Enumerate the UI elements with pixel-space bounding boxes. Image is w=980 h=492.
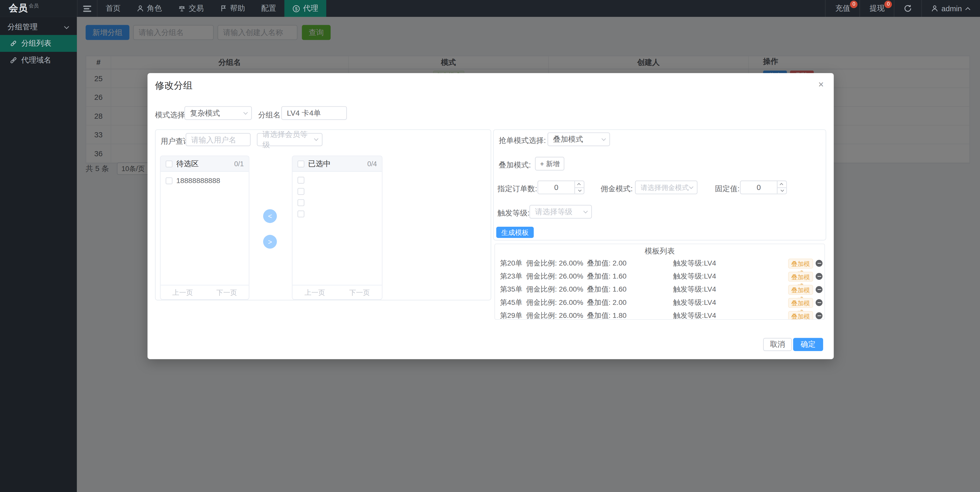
top-navbar: 会员 会员 首页 角色 交易 帮助 配置 $ bbox=[0, 0, 980, 17]
remove-icon[interactable] bbox=[816, 286, 822, 293]
fixed-value-stepper[interactable]: 0 bbox=[740, 181, 787, 194]
overlay-mode-tag[interactable]: 叠加模式 bbox=[788, 271, 813, 281]
group-name-field[interactable] bbox=[281, 106, 347, 120]
screen: 会员 会员 首页 角色 交易 帮助 配置 $ bbox=[0, 0, 980, 492]
confirm-button[interactable]: 确定 bbox=[793, 338, 823, 351]
svg-text:$: $ bbox=[295, 6, 298, 11]
overlay-mode-tag[interactable]: 叠加模式 bbox=[788, 298, 813, 308]
decrease-icon[interactable] bbox=[575, 188, 584, 194]
menu-toggle-icon[interactable] bbox=[77, 0, 98, 17]
member-level-select[interactable]: 请选择会员等级 bbox=[257, 133, 322, 146]
link-icon bbox=[10, 40, 17, 47]
order-count-stepper[interactable]: 0 bbox=[538, 181, 584, 194]
recharge-button[interactable]: 充值 0 bbox=[825, 0, 860, 17]
select-all-checkbox[interactable] bbox=[165, 160, 172, 167]
withdraw-button[interactable]: 提现 0 bbox=[860, 0, 894, 17]
list-item[interactable]: 18888888888 bbox=[165, 177, 244, 184]
sidebar-section-group-management[interactable]: 分组管理 bbox=[0, 19, 77, 35]
nav-item-agent[interactable]: $ 代理 bbox=[284, 0, 326, 17]
add-overlay-button[interactable]: + 新增 bbox=[535, 157, 565, 171]
remove-icon[interactable] bbox=[816, 312, 822, 319]
logo-text: 会员 bbox=[9, 3, 27, 14]
grab-mode-select[interactable]: 叠加模式 bbox=[547, 133, 610, 146]
trigger-level: 触发等级:LV4 bbox=[673, 259, 716, 268]
order-no: 第20单 bbox=[500, 259, 522, 268]
sidebar: 分组管理 分组列表 代理域名 bbox=[0, 17, 77, 492]
edit-group-dialog: 修改分组 × 模式选择 复杂模式 分组名 用户查询 请选择会员等级 bbox=[147, 73, 834, 359]
item-checkbox[interactable] bbox=[298, 188, 304, 195]
overlay-mode-tag[interactable]: 叠加模式 bbox=[788, 259, 813, 268]
username: admin bbox=[942, 4, 962, 13]
trigger-level-label: 触发等级: bbox=[497, 208, 530, 219]
item-checkbox[interactable] bbox=[165, 177, 172, 184]
main-nav: 首页 角色 交易 帮助 配置 $ 代理 bbox=[98, 0, 326, 17]
app-logo: 会员 会员 bbox=[0, 0, 77, 17]
generate-template-button[interactable]: 生成模板 bbox=[496, 227, 534, 238]
mode-select-label: 模式选择 bbox=[155, 110, 185, 121]
chevron-down-icon bbox=[583, 209, 588, 213]
nav-item-config[interactable]: 配置 bbox=[253, 0, 284, 17]
overlay-mode-tag[interactable]: 叠加模式 bbox=[788, 284, 813, 294]
overlay-value: 叠加值: 2.00 bbox=[587, 298, 627, 307]
grab-mode-label: 抢单模式选择: bbox=[499, 136, 546, 146]
fixed-value-label: 固定值: bbox=[715, 184, 740, 194]
close-icon[interactable]: × bbox=[816, 77, 826, 91]
remove-icon[interactable] bbox=[816, 260, 822, 267]
commission-ratio: 佣金比例: 26.00% bbox=[526, 285, 583, 294]
trigger-level-select[interactable]: 请选择等级 bbox=[529, 205, 592, 219]
source-list-count: 0/1 bbox=[234, 160, 244, 167]
content-area: 新增分组 查询 # 分组名 模式 创建人 操作 25 复杂模式 修改 删除 bbox=[77, 17, 980, 492]
remove-icon[interactable] bbox=[816, 299, 822, 306]
chevron-down-icon bbox=[689, 184, 694, 189]
item-checkbox[interactable] bbox=[298, 210, 304, 217]
remove-icon[interactable] bbox=[816, 273, 822, 280]
next-page-link[interactable]: 下一页 bbox=[205, 286, 248, 299]
list-item[interactable] bbox=[298, 199, 377, 206]
list-item[interactable] bbox=[298, 177, 377, 184]
nav-item-home[interactable]: 首页 bbox=[98, 0, 129, 17]
target-list: 已选中 0/4 上一页 下一页 bbox=[292, 156, 382, 300]
list-item[interactable] bbox=[298, 210, 377, 217]
nav-item-label: 帮助 bbox=[230, 3, 245, 14]
nav-item-trade[interactable]: 交易 bbox=[170, 0, 212, 17]
select-all-checkbox[interactable] bbox=[298, 160, 304, 167]
username-search-input[interactable] bbox=[186, 133, 251, 146]
overlay-value: 叠加值: 2.00 bbox=[587, 259, 627, 268]
nav-item-help[interactable]: 帮助 bbox=[212, 0, 253, 17]
dialog-title: 修改分组 bbox=[155, 80, 192, 92]
template-row: 第23单佣金比例: 26.00%叠加值: 1.60 触发等级:LV4 叠加模式 bbox=[495, 270, 824, 283]
commission-mode-select[interactable]: 请选择佣金模式 bbox=[635, 181, 698, 194]
item-checkbox[interactable] bbox=[298, 177, 304, 184]
commission-ratio: 佣金比例: 26.00% bbox=[526, 298, 583, 307]
decrease-icon[interactable] bbox=[777, 188, 786, 194]
refresh-icon bbox=[904, 4, 912, 13]
prev-page-link[interactable]: 上一页 bbox=[161, 286, 205, 299]
order-count-label: 指定订单数: bbox=[497, 184, 537, 194]
next-page-link[interactable]: 下一页 bbox=[337, 286, 382, 299]
sidebar-item-agent-domain[interactable]: 代理域名 bbox=[0, 52, 77, 69]
person-icon bbox=[931, 5, 939, 12]
user-menu[interactable]: admin bbox=[921, 0, 980, 17]
refresh-button[interactable] bbox=[894, 0, 921, 17]
grab-mode-panel: 抢单模式选择: 叠加模式 叠加模式: + 新增 指定订单数: 0 佣金模式: 请… bbox=[493, 129, 826, 240]
item-checkbox[interactable] bbox=[298, 199, 304, 206]
cancel-button[interactable]: 取消 bbox=[763, 338, 792, 351]
increase-icon[interactable] bbox=[575, 181, 584, 188]
mode-select[interactable]: 复杂模式 bbox=[185, 106, 252, 120]
trigger-level: 触发等级:LV4 bbox=[673, 271, 716, 281]
nav-item-roles[interactable]: 角色 bbox=[129, 0, 170, 17]
sidebar-item-group-list[interactable]: 分组列表 bbox=[0, 35, 77, 52]
move-left-button[interactable]: < bbox=[263, 209, 277, 223]
list-item[interactable] bbox=[298, 188, 377, 195]
prev-page-link[interactable]: 上一页 bbox=[293, 286, 337, 299]
dollar-circle-icon: $ bbox=[293, 5, 300, 12]
template-list: 模板列表 第20单佣金比例: 26.00%叠加值: 2.00 触发等级:LV4 … bbox=[494, 244, 825, 320]
overlay-mode-tag[interactable]: 叠加模式 bbox=[788, 311, 813, 320]
nav-item-label: 交易 bbox=[189, 3, 204, 14]
template-list-title: 模板列表 bbox=[495, 246, 824, 257]
increase-icon[interactable] bbox=[777, 181, 786, 188]
template-row: 第45单佣金比例: 26.00%叠加值: 2.00 触发等级:LV4 叠加模式 bbox=[495, 296, 824, 309]
logo-superscript: 会员 bbox=[29, 3, 39, 10]
move-right-button[interactable]: > bbox=[263, 235, 277, 249]
chevron-up-icon bbox=[965, 6, 970, 11]
